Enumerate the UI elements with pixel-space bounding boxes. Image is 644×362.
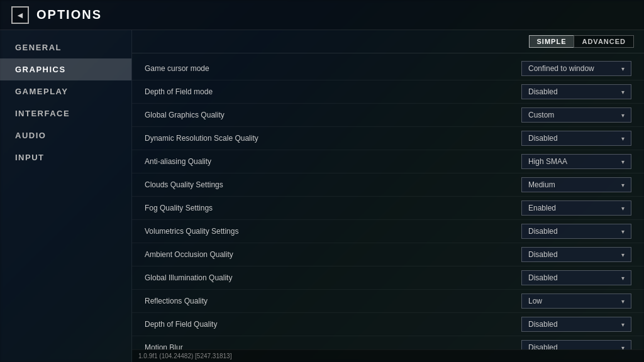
setting-dropdown-depth-of-field-quality[interactable]: Disabled ▾ xyxy=(521,317,631,332)
setting-dropdown-clouds-quality[interactable]: Medium ▾ xyxy=(521,177,631,192)
setting-dropdown-anti-aliasing-quality[interactable]: High SMAA ▾ xyxy=(521,154,631,169)
setting-label-game-cursor-mode: Game cursor mode xyxy=(145,64,521,73)
version-bar: 1.0.9f1 (104.24482) [5247.31813] xyxy=(132,349,644,362)
setting-dropdown-game-cursor-mode[interactable]: Confined to window ▾ xyxy=(521,61,631,76)
setting-dropdown-volumetrics-quality[interactable]: Disabled ▾ xyxy=(521,224,631,239)
sidebar-item-graphics[interactable]: GRAPHICS xyxy=(0,58,131,80)
setting-label-global-graphics-quality: Global Graphics Quality xyxy=(145,111,521,119)
setting-row-ambient-occlusion-quality: Ambient Occlusion Quality Disabled ▾ xyxy=(132,243,644,266)
content-area: GENERAL GRAPHICS GAMEPLAY INTERFACE AUDI… xyxy=(0,30,644,362)
chevron-icon: ▾ xyxy=(621,275,625,282)
setting-dropdown-ambient-occlusion-quality[interactable]: Disabled ▾ xyxy=(521,247,631,262)
tab-simple[interactable]: SIMPLE xyxy=(529,35,574,48)
setting-row-fog-quality: Fog Quality Settings Enabled ▾ xyxy=(132,197,644,220)
chevron-icon: ▾ xyxy=(621,65,625,72)
chevron-icon: ▾ xyxy=(621,251,625,258)
setting-dropdown-fog-quality[interactable]: Enabled ▾ xyxy=(521,200,631,216)
setting-dropdown-depth-of-field-mode[interactable]: Disabled ▾ xyxy=(521,84,631,99)
sidebar-item-gameplay[interactable]: GAMEPLAY xyxy=(0,80,131,102)
setting-row-global-illumination-quality: Global Illumination Quality Disabled ▾ xyxy=(132,266,644,290)
page-title: OPTIONS xyxy=(36,8,102,22)
chevron-icon: ▾ xyxy=(621,182,625,189)
chevron-icon: ▾ xyxy=(621,298,625,305)
sidebar-item-general[interactable]: GENERAL xyxy=(0,36,131,58)
setting-label-anti-aliasing-quality: Anti-aliasing Quality xyxy=(145,157,521,166)
setting-dropdown-global-graphics-quality[interactable]: Custom ▾ xyxy=(521,107,631,123)
setting-row-global-graphics-quality: Global Graphics Quality Custom ▾ xyxy=(132,104,644,127)
tab-advanced[interactable]: ADVANCED xyxy=(574,35,634,48)
setting-row-clouds-quality: Clouds Quality Settings Medium ▾ xyxy=(132,173,644,197)
setting-dropdown-global-illumination-quality[interactable]: Disabled ▾ xyxy=(521,270,631,285)
chevron-icon: ▾ xyxy=(621,321,625,328)
chevron-icon: ▾ xyxy=(621,158,625,165)
header: ◄ OPTIONS xyxy=(0,0,644,30)
setting-label-depth-of-field-quality: Depth of Field Quality xyxy=(145,320,521,329)
chevron-icon: ▾ xyxy=(621,205,625,212)
tab-bar: SIMPLE ADVANCED xyxy=(132,30,644,53)
settings-list: Game cursor mode Confined to window ▾ De… xyxy=(132,53,644,349)
setting-row-dynamic-resolution-scale-quality: Dynamic Resolution Scale Quality Disable… xyxy=(132,127,644,150)
setting-label-fog-quality: Fog Quality Settings xyxy=(145,204,521,212)
sidebar-item-input[interactable]: INPUT xyxy=(0,146,131,168)
version-text: 1.0.9f1 (104.24482) [5247.31813] xyxy=(138,353,231,359)
sidebar: GENERAL GRAPHICS GAMEPLAY INTERFACE AUDI… xyxy=(0,30,132,362)
setting-label-volumetrics-quality: Volumetrics Quality Settings xyxy=(145,227,521,236)
setting-label-depth-of-field-mode: Depth of Field mode xyxy=(145,87,521,96)
setting-dropdown-reflections-quality[interactable]: Low ▾ xyxy=(521,293,631,309)
setting-label-motion-blur: Motion Blur xyxy=(145,343,521,349)
setting-row-anti-aliasing-quality: Anti-aliasing Quality High SMAA ▾ xyxy=(132,150,644,173)
chevron-icon: ▾ xyxy=(621,112,625,119)
chevron-icon: ▾ xyxy=(621,344,625,350)
setting-label-global-illumination-quality: Global Illumination Quality xyxy=(145,273,521,282)
settings-panel: SIMPLE ADVANCED Game cursor mode Confine… xyxy=(132,30,644,362)
setting-row-reflections-quality: Reflections Quality Low ▾ xyxy=(132,290,644,313)
chevron-icon: ▾ xyxy=(621,135,625,142)
setting-dropdown-dynamic-resolution-scale-quality[interactable]: Disabled ▾ xyxy=(521,131,631,146)
sidebar-item-audio[interactable]: AUDIO xyxy=(0,124,131,146)
setting-label-ambient-occlusion-quality: Ambient Occlusion Quality xyxy=(145,250,521,259)
chevron-icon: ▾ xyxy=(621,89,625,96)
setting-label-clouds-quality: Clouds Quality Settings xyxy=(145,180,521,189)
setting-dropdown-motion-blur[interactable]: Disabled ▾ xyxy=(521,340,631,349)
setting-row-depth-of-field-mode: Depth of Field mode Disabled ▾ xyxy=(132,80,644,104)
setting-row-motion-blur: Motion Blur Disabled ▾ xyxy=(132,336,644,349)
setting-label-reflections-quality: Reflections Quality xyxy=(145,297,521,305)
setting-row-game-cursor-mode: Game cursor mode Confined to window ▾ xyxy=(132,57,644,80)
setting-label-dynamic-resolution-scale-quality: Dynamic Resolution Scale Quality xyxy=(145,134,521,143)
chevron-icon: ▾ xyxy=(621,228,625,235)
setting-row-volumetrics-quality: Volumetrics Quality Settings Disabled ▾ xyxy=(132,220,644,243)
setting-row-depth-of-field-quality: Depth of Field Quality Disabled ▾ xyxy=(132,313,644,336)
back-button[interactable]: ◄ xyxy=(11,6,29,24)
sidebar-item-interface[interactable]: INTERFACE xyxy=(0,102,131,124)
